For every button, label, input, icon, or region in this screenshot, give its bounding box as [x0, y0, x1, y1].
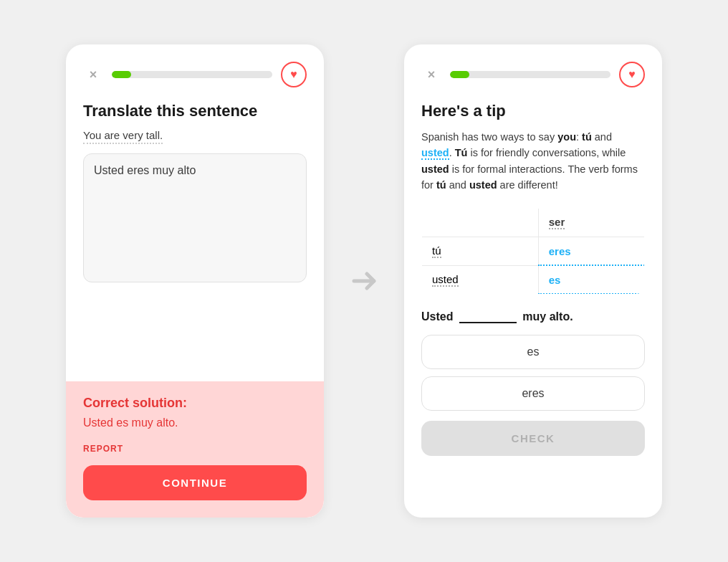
table-header-blank	[422, 208, 539, 237]
left-header: × ♥	[83, 62, 307, 87]
table-cell-eres: eres	[538, 237, 644, 265]
table-cell-usted: usted	[422, 265, 539, 294]
right-progress-fill	[450, 71, 469, 78]
left-progress-bar	[112, 71, 272, 78]
heart-icon: ♥	[290, 68, 297, 81]
table-row-usted: usted es	[422, 265, 645, 294]
tip-body: Spanish has two ways to say you: tú and …	[421, 129, 645, 194]
tip-usted-blue: usted	[421, 147, 449, 160]
sentence-prompt: You are very tall.	[83, 129, 163, 144]
table-cell-es: es	[538, 265, 644, 294]
fill-blank-usted: Usted	[421, 310, 453, 323]
answer-text-area[interactable]: Usted eres muy alto	[83, 153, 307, 282]
tip-usted-3: usted	[469, 179, 497, 191]
correct-label: Correct solution:	[83, 396, 307, 411]
fill-blank-line	[459, 309, 517, 323]
error-panel: Correct solution: Usted es muy alto. REP…	[66, 381, 324, 518]
tip-tu-3: tú	[436, 179, 446, 191]
tip-text-2: :	[576, 131, 582, 143]
tip-tu-1: tú	[582, 131, 592, 143]
tip-text-3: and	[592, 131, 612, 143]
tip-tu-2: Tú	[455, 147, 468, 158]
tip-title: Here's a tip	[421, 102, 645, 120]
tip-text-8: are different!	[497, 179, 558, 191]
arrow-right-icon	[347, 264, 381, 298]
arrow-container	[347, 264, 381, 298]
table-row-tu: tú eres	[422, 237, 645, 265]
verb-table: ser tú eres usted es	[421, 208, 645, 295]
option-eres-button[interactable]: eres	[421, 376, 645, 411]
tip-text-1: Spanish has two ways to say	[421, 131, 557, 143]
tip-usted-bold: usted	[421, 163, 449, 175]
right-header: × ♥	[421, 62, 645, 87]
table-header-ser: ser	[538, 208, 644, 237]
report-link[interactable]: REPORT	[83, 444, 307, 454]
left-close-button[interactable]: ×	[83, 65, 103, 85]
left-card: × ♥ Translate this sentence You are very…	[66, 44, 324, 518]
fill-blank-row: Usted muy alto.	[421, 309, 645, 323]
tip-text-4: .	[449, 147, 455, 158]
right-progress-bar	[450, 71, 610, 78]
right-heart-icon: ♥	[628, 68, 636, 81]
left-card-title: Translate this sentence	[83, 102, 307, 120]
table-cell-tu: tú	[422, 237, 539, 265]
correct-sentence: Usted es muy alto.	[83, 416, 307, 429]
right-card: × ♥ Here's a tip Spanish has two ways to…	[404, 44, 662, 518]
right-hearts-badge: ♥	[619, 62, 645, 87]
check-button[interactable]: CHECK	[421, 421, 645, 456]
option-es-button[interactable]: es	[421, 335, 645, 369]
sentence-prompt-wrap: You are very tall.	[83, 129, 307, 142]
tip-text-5: is for friendly conversations, while	[467, 147, 626, 158]
right-close-button[interactable]: ×	[421, 65, 441, 85]
continue-button[interactable]: CONTINUE	[83, 465, 307, 500]
left-hearts-badge: ♥	[281, 62, 307, 87]
table-header-row: ser	[422, 208, 645, 237]
fill-blank-rest: muy alto.	[522, 310, 573, 323]
tip-bold-you: you	[557, 131, 576, 143]
left-progress-fill	[112, 71, 131, 78]
tip-text-7: and	[446, 179, 469, 191]
